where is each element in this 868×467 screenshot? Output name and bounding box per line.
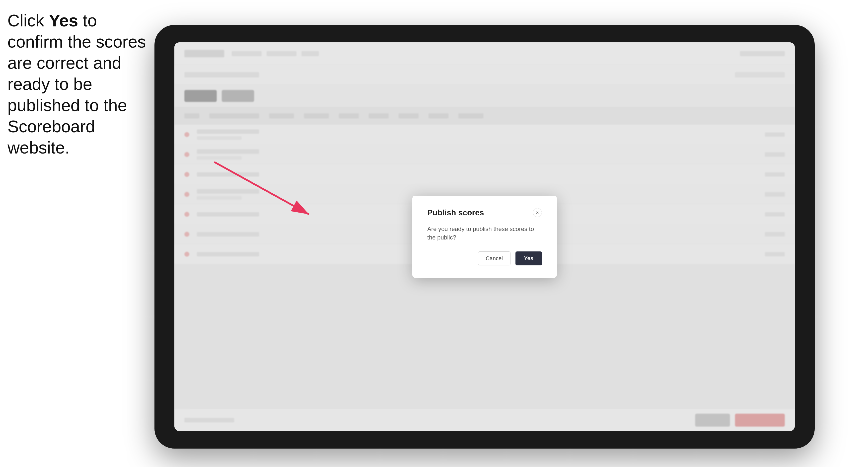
instruction-text: Click Yes to confirm the scores are corr… — [7, 10, 147, 158]
instruction-bold: Yes — [49, 11, 78, 30]
instruction-part1: Click — [7, 11, 49, 30]
instruction-part2: to confirm the scores are correct and re… — [7, 11, 146, 157]
close-icon: × — [536, 210, 539, 216]
tablet-screen: Publish scores × Are you ready to publis… — [175, 42, 795, 431]
dialog-overlay: Publish scores × Are you ready to publis… — [175, 42, 795, 431]
close-button[interactable]: × — [533, 208, 542, 217]
dialog-footer: Cancel Yes — [427, 251, 542, 266]
cancel-button[interactable]: Cancel — [478, 251, 510, 266]
yes-button[interactable]: Yes — [516, 251, 542, 266]
dialog-body: Are you ready to publish these scores to… — [427, 225, 542, 242]
dialog-header: Publish scores × — [427, 208, 542, 217]
dialog-title: Publish scores — [427, 208, 484, 217]
tablet-device: Publish scores × Are you ready to publis… — [154, 25, 815, 448]
publish-scores-dialog: Publish scores × Are you ready to publis… — [412, 196, 557, 278]
